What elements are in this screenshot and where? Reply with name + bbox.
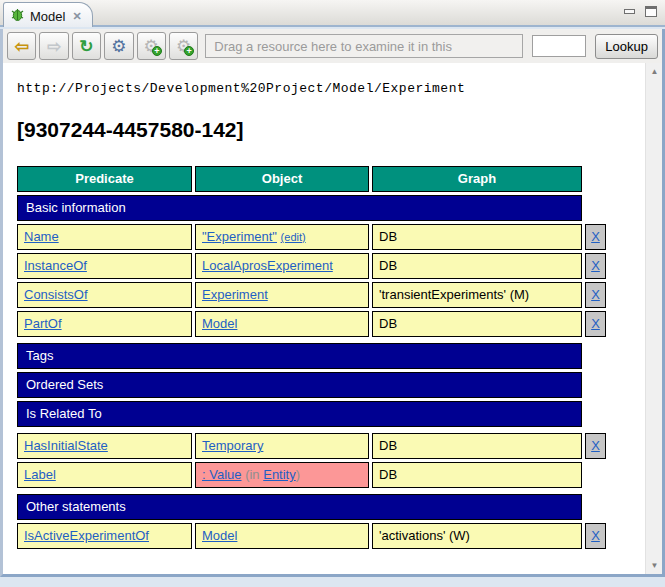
remove-link[interactable]: X xyxy=(591,438,600,453)
predicate-link[interactable]: Label xyxy=(24,467,56,482)
predicate-link[interactable]: PartOf xyxy=(24,316,62,331)
predicate-link[interactable]: IsActiveExperimentOf xyxy=(24,528,149,543)
in-text: (in xyxy=(245,467,259,482)
object-link[interactable]: "Experiment" xyxy=(202,229,277,244)
header-object: Object xyxy=(195,166,369,192)
back-button[interactable]: ⇦ xyxy=(7,32,36,60)
graph-value: DB xyxy=(372,462,582,488)
paren-text: ) xyxy=(296,467,300,482)
lookup-input[interactable] xyxy=(532,35,586,57)
object-link[interactable]: Temporary xyxy=(202,438,263,453)
bug-icon xyxy=(10,7,25,26)
predicate-link[interactable]: ConsistsOf xyxy=(24,287,88,302)
graph-value: DB xyxy=(372,224,582,250)
view-body: ⇦ ⇨ ↻ ⚙ ⚙ + ⚙ + Lookup xyxy=(0,29,665,577)
section-row: Is Related To xyxy=(17,401,645,427)
forward-button[interactable]: ⇨ xyxy=(39,32,68,60)
maximize-icon[interactable] xyxy=(645,6,657,17)
predicate-link[interactable]: HasInitialState xyxy=(24,438,108,453)
object-link[interactable]: Model xyxy=(202,528,237,543)
graph-value: 'activations' (W) xyxy=(372,523,582,549)
gear-icon: ⚙ xyxy=(111,38,126,55)
plus-badge-icon: + xyxy=(152,46,162,56)
tab-close-icon[interactable]: ✕ xyxy=(70,10,83,23)
entity-link[interactable]: Entity xyxy=(263,467,296,482)
value-link[interactable]: : Value xyxy=(202,467,242,482)
settings-button[interactable]: ⚙ xyxy=(104,32,133,60)
scroll-up-icon[interactable]: ▲ xyxy=(646,67,662,76)
edit-link[interactable]: (edit) xyxy=(281,231,306,243)
table-row: Label : Value (in Entity) DB xyxy=(17,462,645,488)
remove-link[interactable]: X xyxy=(591,528,600,543)
graph-value: DB xyxy=(372,433,582,459)
section-row: Basic information xyxy=(17,195,645,221)
minimize-icon[interactable] xyxy=(624,9,635,14)
table-header-row: Predicate Object Graph xyxy=(17,166,645,192)
remove-link[interactable]: X xyxy=(591,287,600,302)
add-view-button-1[interactable]: ⚙ + xyxy=(137,32,166,60)
tab-model[interactable]: Model ✕ xyxy=(3,2,93,27)
object-link[interactable]: Experiment xyxy=(202,287,268,302)
remove-link[interactable]: X xyxy=(591,229,600,244)
content-area: ▲ ▼ http://Projects/Development%20Projec… xyxy=(3,63,662,574)
table-row: InstanceOf LocalAprosExperiment DB X xyxy=(17,253,645,279)
graph-value: DB xyxy=(372,253,582,279)
header-predicate: Predicate xyxy=(17,166,192,192)
section-row: Other statements xyxy=(17,494,645,520)
tab-bar: Model ✕ xyxy=(0,0,665,27)
table-row: PartOf Model DB X xyxy=(17,311,645,337)
resource-uri: http://Projects/Development%20Project/Mo… xyxy=(17,81,645,96)
predicate-link[interactable]: InstanceOf xyxy=(24,258,87,273)
remove-link[interactable]: X xyxy=(591,316,600,331)
plus-badge-icon: + xyxy=(184,46,194,56)
table-row: IsActiveExperimentOf Model 'activations'… xyxy=(17,523,645,549)
section-title: Other statements xyxy=(17,494,582,520)
drag-resource-input[interactable] xyxy=(205,34,523,58)
model-view-window: Model ✕ ⇦ ⇨ ↻ ⚙ ⚙ + xyxy=(0,0,665,587)
add-view-button-2[interactable]: ⚙ + xyxy=(169,32,198,60)
back-arrow-icon: ⇦ xyxy=(15,38,29,55)
view-window-buttons xyxy=(624,6,657,17)
vertical-scrollbar[interactable]: ▲ ▼ xyxy=(645,63,662,574)
section-title: Ordered Sets xyxy=(17,372,582,398)
object-link[interactable]: Model xyxy=(202,316,237,331)
graph-value: 'transientExperiments' (M) xyxy=(372,282,582,308)
object-link[interactable]: LocalAprosExperiment xyxy=(202,258,333,273)
refresh-icon: ↻ xyxy=(79,38,93,55)
table-row: ConsistsOf Experiment 'transientExperime… xyxy=(17,282,645,308)
invalid-value-cell: : Value (in Entity) xyxy=(195,462,369,488)
tab-title: Model xyxy=(30,9,65,24)
resource-id-heading: [9307244-4457580-142] xyxy=(17,118,645,142)
remove-link[interactable]: X xyxy=(591,258,600,273)
section-row: Ordered Sets xyxy=(17,372,645,398)
toolbar: ⇦ ⇨ ↻ ⚙ ⚙ + ⚙ + Lookup xyxy=(3,29,662,63)
section-title: Basic information xyxy=(17,195,582,221)
predicate-table: Predicate Object Graph Basic information… xyxy=(17,166,645,549)
section-row: Tags xyxy=(17,343,645,369)
table-row: HasInitialState Temporary DB X xyxy=(17,433,645,459)
section-title: Is Related To xyxy=(17,401,582,427)
section-title: Tags xyxy=(17,343,582,369)
table-row: Name "Experiment" (edit) DB X xyxy=(17,224,645,250)
header-graph: Graph xyxy=(372,166,582,192)
predicate-link[interactable]: Name xyxy=(24,229,59,244)
graph-value: DB xyxy=(372,311,582,337)
lookup-button[interactable]: Lookup xyxy=(595,34,658,59)
forward-arrow-icon: ⇨ xyxy=(47,38,61,55)
scroll-down-icon[interactable]: ▼ xyxy=(646,561,662,570)
refresh-button[interactable]: ↻ xyxy=(72,32,101,60)
